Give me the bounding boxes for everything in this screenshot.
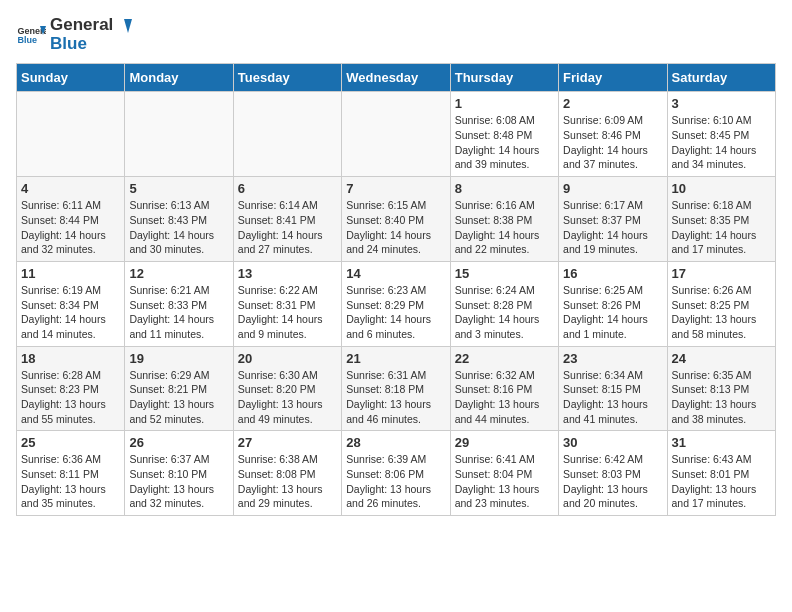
day-number: 30 (563, 435, 662, 450)
weekday-header-tuesday: Tuesday (233, 64, 341, 92)
day-number: 15 (455, 266, 554, 281)
calendar-day-cell: 10Sunrise: 6:18 AMSunset: 8:35 PMDayligh… (667, 177, 775, 262)
calendar-day-cell: 1Sunrise: 6:08 AMSunset: 8:48 PMDaylight… (450, 92, 558, 177)
day-number: 12 (129, 266, 228, 281)
day-number: 27 (238, 435, 337, 450)
calendar-table: SundayMondayTuesdayWednesdayThursdayFrid… (16, 63, 776, 516)
calendar-day-cell: 15Sunrise: 6:24 AMSunset: 8:28 PMDayligh… (450, 261, 558, 346)
day-info: Sunrise: 6:36 AMSunset: 8:11 PMDaylight:… (21, 452, 120, 511)
day-info: Sunrise: 6:41 AMSunset: 8:04 PMDaylight:… (455, 452, 554, 511)
day-number: 10 (672, 181, 771, 196)
day-number: 17 (672, 266, 771, 281)
calendar-day-cell (342, 92, 450, 177)
day-info: Sunrise: 6:10 AMSunset: 8:45 PMDaylight:… (672, 113, 771, 172)
svg-text:Blue: Blue (18, 34, 38, 44)
day-info: Sunrise: 6:43 AMSunset: 8:01 PMDaylight:… (672, 452, 771, 511)
day-number: 22 (455, 351, 554, 366)
day-info: Sunrise: 6:15 AMSunset: 8:40 PMDaylight:… (346, 198, 445, 257)
calendar-day-cell: 8Sunrise: 6:16 AMSunset: 8:38 PMDaylight… (450, 177, 558, 262)
calendar-week-row: 11Sunrise: 6:19 AMSunset: 8:34 PMDayligh… (17, 261, 776, 346)
calendar-day-cell: 30Sunrise: 6:42 AMSunset: 8:03 PMDayligh… (559, 431, 667, 516)
weekday-header-friday: Friday (559, 64, 667, 92)
day-number: 20 (238, 351, 337, 366)
day-info: Sunrise: 6:38 AMSunset: 8:08 PMDaylight:… (238, 452, 337, 511)
day-info: Sunrise: 6:42 AMSunset: 8:03 PMDaylight:… (563, 452, 662, 511)
calendar-day-cell: 29Sunrise: 6:41 AMSunset: 8:04 PMDayligh… (450, 431, 558, 516)
calendar-day-cell: 6Sunrise: 6:14 AMSunset: 8:41 PMDaylight… (233, 177, 341, 262)
logo-icon: General Blue (16, 20, 46, 50)
day-number: 2 (563, 96, 662, 111)
calendar-day-cell: 14Sunrise: 6:23 AMSunset: 8:29 PMDayligh… (342, 261, 450, 346)
calendar-day-cell (125, 92, 233, 177)
weekday-header-sunday: Sunday (17, 64, 125, 92)
day-number: 21 (346, 351, 445, 366)
calendar-day-cell (233, 92, 341, 177)
day-info: Sunrise: 6:22 AMSunset: 8:31 PMDaylight:… (238, 283, 337, 342)
day-info: Sunrise: 6:23 AMSunset: 8:29 PMDaylight:… (346, 283, 445, 342)
day-number: 6 (238, 181, 337, 196)
calendar-day-cell: 13Sunrise: 6:22 AMSunset: 8:31 PMDayligh… (233, 261, 341, 346)
day-number: 28 (346, 435, 445, 450)
day-number: 29 (455, 435, 554, 450)
day-info: Sunrise: 6:32 AMSunset: 8:16 PMDaylight:… (455, 368, 554, 427)
day-info: Sunrise: 6:09 AMSunset: 8:46 PMDaylight:… (563, 113, 662, 172)
svg-marker-3 (124, 19, 132, 33)
day-info: Sunrise: 6:11 AMSunset: 8:44 PMDaylight:… (21, 198, 120, 257)
page-header: General Blue General Blue (16, 16, 776, 53)
weekday-header-thursday: Thursday (450, 64, 558, 92)
calendar-day-cell: 31Sunrise: 6:43 AMSunset: 8:01 PMDayligh… (667, 431, 775, 516)
calendar-day-cell: 12Sunrise: 6:21 AMSunset: 8:33 PMDayligh… (125, 261, 233, 346)
day-number: 5 (129, 181, 228, 196)
day-number: 16 (563, 266, 662, 281)
day-number: 23 (563, 351, 662, 366)
calendar-day-cell: 28Sunrise: 6:39 AMSunset: 8:06 PMDayligh… (342, 431, 450, 516)
calendar-day-cell: 18Sunrise: 6:28 AMSunset: 8:23 PMDayligh… (17, 346, 125, 431)
day-info: Sunrise: 6:08 AMSunset: 8:48 PMDaylight:… (455, 113, 554, 172)
calendar-day-cell: 22Sunrise: 6:32 AMSunset: 8:16 PMDayligh… (450, 346, 558, 431)
day-number: 18 (21, 351, 120, 366)
day-number: 24 (672, 351, 771, 366)
day-number: 25 (21, 435, 120, 450)
day-info: Sunrise: 6:13 AMSunset: 8:43 PMDaylight:… (129, 198, 228, 257)
calendar-week-row: 18Sunrise: 6:28 AMSunset: 8:23 PMDayligh… (17, 346, 776, 431)
calendar-day-cell: 21Sunrise: 6:31 AMSunset: 8:18 PMDayligh… (342, 346, 450, 431)
calendar-day-cell: 11Sunrise: 6:19 AMSunset: 8:34 PMDayligh… (17, 261, 125, 346)
day-info: Sunrise: 6:25 AMSunset: 8:26 PMDaylight:… (563, 283, 662, 342)
calendar-day-cell: 27Sunrise: 6:38 AMSunset: 8:08 PMDayligh… (233, 431, 341, 516)
day-number: 11 (21, 266, 120, 281)
calendar-day-cell: 9Sunrise: 6:17 AMSunset: 8:37 PMDaylight… (559, 177, 667, 262)
day-number: 8 (455, 181, 554, 196)
calendar-day-cell: 3Sunrise: 6:10 AMSunset: 8:45 PMDaylight… (667, 92, 775, 177)
logo-blue-text: Blue (50, 35, 133, 54)
calendar-day-cell: 5Sunrise: 6:13 AMSunset: 8:43 PMDaylight… (125, 177, 233, 262)
day-info: Sunrise: 6:37 AMSunset: 8:10 PMDaylight:… (129, 452, 228, 511)
day-number: 26 (129, 435, 228, 450)
calendar-day-cell: 16Sunrise: 6:25 AMSunset: 8:26 PMDayligh… (559, 261, 667, 346)
calendar-day-cell: 19Sunrise: 6:29 AMSunset: 8:21 PMDayligh… (125, 346, 233, 431)
calendar-day-cell: 4Sunrise: 6:11 AMSunset: 8:44 PMDaylight… (17, 177, 125, 262)
calendar-week-row: 4Sunrise: 6:11 AMSunset: 8:44 PMDaylight… (17, 177, 776, 262)
day-info: Sunrise: 6:17 AMSunset: 8:37 PMDaylight:… (563, 198, 662, 257)
calendar-week-row: 1Sunrise: 6:08 AMSunset: 8:48 PMDaylight… (17, 92, 776, 177)
day-info: Sunrise: 6:24 AMSunset: 8:28 PMDaylight:… (455, 283, 554, 342)
day-info: Sunrise: 6:35 AMSunset: 8:13 PMDaylight:… (672, 368, 771, 427)
calendar-day-cell: 26Sunrise: 6:37 AMSunset: 8:10 PMDayligh… (125, 431, 233, 516)
day-info: Sunrise: 6:29 AMSunset: 8:21 PMDaylight:… (129, 368, 228, 427)
weekday-header-wednesday: Wednesday (342, 64, 450, 92)
day-number: 13 (238, 266, 337, 281)
calendar-day-cell (17, 92, 125, 177)
weekday-header-monday: Monday (125, 64, 233, 92)
day-number: 3 (672, 96, 771, 111)
day-number: 31 (672, 435, 771, 450)
day-number: 19 (129, 351, 228, 366)
day-info: Sunrise: 6:26 AMSunset: 8:25 PMDaylight:… (672, 283, 771, 342)
day-info: Sunrise: 6:21 AMSunset: 8:33 PMDaylight:… (129, 283, 228, 342)
day-info: Sunrise: 6:39 AMSunset: 8:06 PMDaylight:… (346, 452, 445, 511)
weekday-header-row: SundayMondayTuesdayWednesdayThursdayFrid… (17, 64, 776, 92)
calendar-day-cell: 24Sunrise: 6:35 AMSunset: 8:13 PMDayligh… (667, 346, 775, 431)
calendar-week-row: 25Sunrise: 6:36 AMSunset: 8:11 PMDayligh… (17, 431, 776, 516)
logo-text: General (50, 16, 133, 35)
day-number: 14 (346, 266, 445, 281)
day-info: Sunrise: 6:14 AMSunset: 8:41 PMDaylight:… (238, 198, 337, 257)
day-number: 1 (455, 96, 554, 111)
